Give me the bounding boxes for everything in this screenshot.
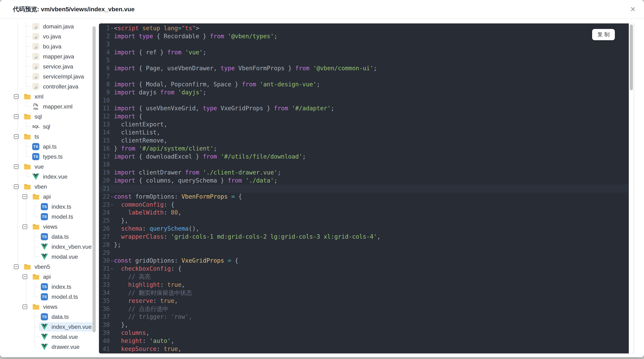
code-line: 34 // 翻页时保留选中状态 xyxy=(99,289,629,297)
tree-item-label: mapper.xml xyxy=(43,103,72,110)
close-icon[interactable]: ✕ xyxy=(627,3,639,15)
collapse-expander-icon[interactable] xyxy=(22,275,27,279)
tree-folder-api[interactable]: api xyxy=(22,192,51,202)
tree-item[interactable]: mapper.java xyxy=(30,52,77,61)
fold-toggle[interactable] xyxy=(110,257,114,265)
tree-file-mapper.java[interactable]: mapper.java xyxy=(30,51,77,61)
tree-folder-ts[interactable]: ts xyxy=(14,132,39,142)
fold-toggle[interactable] xyxy=(110,24,114,32)
tree-folder-sql[interactable]: sql xyxy=(14,112,42,122)
code-line: 20import { columns, querySchema } from '… xyxy=(99,177,629,185)
folder-icon xyxy=(24,263,31,270)
tree-item[interactable]: TSindex.ts xyxy=(39,282,74,291)
tree-item[interactable]: service.java xyxy=(30,62,76,71)
tree-folder-vue[interactable]: vue xyxy=(14,162,44,172)
line-number: 3 xyxy=(99,40,110,48)
tree-item[interactable]: SQLsql xyxy=(30,122,53,131)
tree-file-drawer.vue[interactable]: drawer.vue xyxy=(39,342,82,352)
tree-item[interactable]: TSindex.ts xyxy=(39,202,74,211)
tree-file-api.ts[interactable]: TSapi.ts xyxy=(30,142,60,152)
line-number: 34 xyxy=(99,289,110,297)
fold-toggle[interactable] xyxy=(110,201,114,209)
fold-spacer xyxy=(110,32,114,40)
tree-folder-vben5[interactable]: vben5 xyxy=(14,262,50,272)
code-scrollbar[interactable] xyxy=(630,24,633,90)
tree-item[interactable]: drawer.vue xyxy=(39,342,82,352)
code-line: 41 keepSource: true, xyxy=(99,345,629,353)
tree-file-modal.vue[interactable]: modal.vue xyxy=(39,332,81,342)
tree-folder-api[interactable]: api xyxy=(22,272,51,282)
tree-file-model.d.ts[interactable]: TSmodel.d.ts xyxy=(39,292,81,302)
tree-file-data.ts[interactable]: TSdata.ts xyxy=(39,232,72,242)
tree-item-selected[interactable]: index_vben.vue xyxy=(39,322,94,332)
tree-item[interactable]: index_vben.vue xyxy=(39,242,94,251)
tree-item[interactable]: XMLmapper.xml xyxy=(30,102,75,111)
code-line: 14 clientList, xyxy=(99,129,629,137)
collapse-expander-icon[interactable] xyxy=(14,94,18,99)
tree-file-controller.java[interactable]: controller.java xyxy=(30,81,81,91)
collapse-expander-icon[interactable] xyxy=(14,114,18,119)
fold-spacer xyxy=(110,217,114,225)
tree-file-index.ts[interactable]: TSindex.ts xyxy=(39,202,74,212)
tree-file-bo.java[interactable]: bo.java xyxy=(30,41,64,51)
fold-toggle[interactable] xyxy=(110,265,114,273)
tree-file-service.java[interactable]: service.java xyxy=(30,61,76,71)
tree-file-mapper.xml[interactable]: XMLmapper.xml xyxy=(30,101,75,112)
tree-scrollbar[interactable] xyxy=(92,26,96,332)
tree-folder-vben[interactable]: vben xyxy=(14,182,47,192)
tree-file-types.ts[interactable]: TStypes.ts xyxy=(30,152,66,162)
tree-item[interactable]: TStypes.ts xyxy=(30,152,66,161)
collapse-expander-icon[interactable] xyxy=(22,224,27,229)
tree-item-label: model.d.ts xyxy=(52,294,78,300)
collapse-expander-icon[interactable] xyxy=(14,134,18,139)
tree-file-vo.java[interactable]: vo.java xyxy=(30,31,64,41)
collapse-expander-icon[interactable] xyxy=(22,305,27,309)
tree-item[interactable]: bo.java xyxy=(30,42,64,51)
tree-file-data.ts[interactable]: TSdata.ts xyxy=(39,312,72,322)
tree-item[interactable]: modal.vue xyxy=(39,332,81,342)
fold-spacer xyxy=(110,321,114,329)
code-line: 12import { xyxy=(99,112,629,120)
tree-item[interactable]: TSapi.ts xyxy=(30,142,60,151)
tree-item[interactable]: TSdata.ts xyxy=(39,312,72,322)
tree-item[interactable]: index.vue xyxy=(30,172,70,181)
tree-item[interactable]: TSdata.ts xyxy=(39,232,72,241)
code-line: 22const formOptions: VbenFormProps = { xyxy=(99,193,629,201)
tree-file-domain.java[interactable]: domain.java xyxy=(30,21,77,31)
code-line: 19import clientDrawer from './client-dra… xyxy=(99,169,629,177)
collapse-expander-icon[interactable] xyxy=(22,194,27,199)
line-number: 8 xyxy=(99,80,110,88)
tree-file-index.vue[interactable]: index.vue xyxy=(30,172,70,182)
tree-item[interactable]: controller.java xyxy=(30,82,81,91)
line-number: 25 xyxy=(99,217,110,225)
tree-item[interactable]: TSmodel.ts xyxy=(39,212,76,221)
tree-file-serviceImpl.java[interactable]: serviceImpl.java xyxy=(30,71,87,81)
code-line: 10 xyxy=(99,96,629,105)
collapse-expander-icon[interactable] xyxy=(14,164,18,169)
tree-folder-xml[interactable]: xml xyxy=(14,91,44,101)
tree-file-index_vben.vue[interactable]: index_vben.vue xyxy=(39,322,94,332)
fold-spacer xyxy=(110,145,114,153)
collapse-expander-icon[interactable] xyxy=(14,184,18,189)
tree-file-model.ts[interactable]: TSmodel.ts xyxy=(39,212,76,222)
fold-spacer xyxy=(110,40,114,48)
line-number: 33 xyxy=(99,281,110,289)
fold-spacer xyxy=(110,289,114,297)
typescript-file-icon: TS xyxy=(32,153,39,160)
tree-file-modal.vue[interactable]: modal.vue xyxy=(39,252,81,262)
tree-guide-stub xyxy=(26,176,31,177)
tree-file-sql[interactable]: SQLsql xyxy=(30,122,53,132)
tree-file-index.ts[interactable]: TSindex.ts xyxy=(39,282,74,292)
tree-item[interactable]: vo.java xyxy=(30,32,64,41)
fold-toggle[interactable] xyxy=(110,193,114,201)
tree-item[interactable]: TSmodel.d.ts xyxy=(39,292,81,302)
tree-folder-views[interactable]: views xyxy=(22,222,58,232)
copy-button[interactable]: 复 制 xyxy=(592,29,615,40)
tree-folder-views[interactable]: views xyxy=(22,302,58,312)
tree-item[interactable]: modal.vue xyxy=(39,252,81,261)
tree-guide-stub xyxy=(35,337,39,337)
tree-item[interactable]: domain.java xyxy=(30,22,77,31)
tree-file-index_vben.vue[interactable]: index_vben.vue xyxy=(39,242,94,252)
collapse-expander-icon[interactable] xyxy=(14,264,18,269)
tree-item[interactable]: serviceImpl.java xyxy=(30,72,87,81)
